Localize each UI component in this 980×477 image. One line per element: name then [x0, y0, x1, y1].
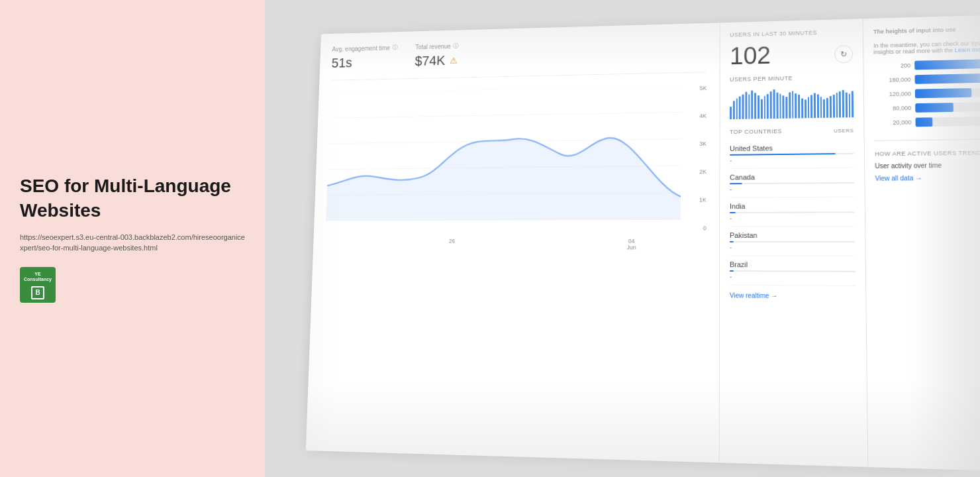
country-bar-fill [730, 153, 835, 156]
h-bar-track [916, 116, 980, 127]
mini-bar-item [814, 93, 816, 119]
info-icon-2: ⓘ [453, 42, 458, 50]
mini-bar-item [758, 95, 760, 119]
realtime-panel: USERS IN LAST 30 MINUTES 102 ↻ USERS PER… [720, 19, 869, 467]
info-icon: ⓘ [392, 44, 397, 52]
mini-bar-item [842, 90, 844, 118]
h-bar-label: 20,000 [874, 119, 911, 126]
x-label-start [366, 238, 366, 250]
mini-bar-item [846, 93, 848, 118]
h-bar-label: 80,000 [874, 105, 911, 112]
country-row: Brazil - [730, 256, 856, 286]
country-row: India - [730, 197, 855, 227]
mini-bar-item [736, 99, 738, 119]
mini-bar-item [763, 96, 765, 119]
y-label-3k: 3K [699, 140, 707, 147]
mini-bar-item [761, 99, 763, 119]
metric-revenue: Total revenue ⓘ $74K ⚠ [415, 42, 458, 70]
logo-icon-letter: B [35, 289, 40, 297]
line-chart: 5K 4K 3K 2K 1K 0 [325, 85, 707, 250]
country-name: Brazil [730, 260, 856, 269]
mini-bar-item [798, 95, 800, 119]
h-bar-track [915, 87, 980, 97]
h-bar-fill [914, 58, 980, 70]
h-bar-track [914, 73, 980, 84]
mini-bar-item [805, 100, 807, 119]
country-bar-wrap [730, 182, 854, 184]
country-name: Canada [730, 172, 854, 181]
country-count: - [730, 185, 854, 193]
mini-bar-item [770, 91, 772, 119]
svg-line-1 [330, 112, 681, 118]
country-count: - [730, 273, 856, 281]
h-bar-track [914, 58, 980, 70]
panel-title: The heights of input into use [873, 25, 980, 36]
far-right-panel: The heights of input into use In the mea… [863, 15, 980, 472]
metric-revenue-label: Total revenue ⓘ [415, 42, 459, 52]
mini-bar-item [752, 90, 754, 119]
mini-bar-item [792, 91, 794, 118]
mini-bar-item [789, 92, 791, 118]
country-row: Canada - [730, 168, 854, 197]
mini-bar-item [748, 94, 750, 119]
view-realtime-link[interactable]: View realtime → [730, 292, 856, 300]
panel-info-text: In the meantime, you can check our syste… [873, 39, 980, 55]
mini-bar-item [745, 92, 747, 119]
y-label-1k: 1K [699, 197, 707, 203]
country-name: Pakistan [730, 231, 855, 239]
mini-bar-item [807, 97, 809, 119]
realtime-header: USERS IN LAST 30 MINUTES [730, 28, 853, 38]
panel-title-strong: The heights of input into use [873, 26, 956, 35]
h-bar-chart: 200 180,000 120,000 80,000 [873, 58, 980, 127]
y-label-2k: 2K [699, 168, 707, 175]
mini-bar-item [742, 95, 744, 119]
h-bar-fill [915, 88, 972, 98]
logo-badge: YE Consultancy B [20, 267, 56, 303]
mini-bar-item [785, 97, 787, 119]
country-bar-fill [730, 212, 736, 213]
learn-more-link[interactable]: Learn more [955, 46, 980, 53]
metric-engagement: Avg. engagement time ⓘ 51s [331, 44, 397, 71]
x-label-04jun: 04Jun [627, 238, 636, 250]
h-bar-fill [915, 103, 953, 113]
h-bar-row: 180,000 [874, 73, 980, 85]
mini-bar-item [795, 93, 797, 118]
page-title: SEO for Multi-Language Websites [20, 174, 245, 223]
users-per-min-label: USERS PER MINUTE [730, 74, 854, 82]
mini-bar-item [839, 91, 841, 118]
x-axis-labels: 26 04Jun [325, 238, 681, 250]
mini-bar-item [820, 97, 822, 118]
h-bar-row: 120,000 [874, 87, 980, 99]
page-url: https://seoexpert.s3.eu-central-003.back… [20, 232, 245, 254]
y-axis-labels: 5K 4K 3K 2K 1K 0 [684, 85, 707, 231]
view-all-link[interactable]: View all data → [875, 174, 980, 182]
page-wrapper: SEO for Multi-Language Websites https://… [0, 0, 980, 477]
country-count: - [730, 244, 855, 251]
country-bar-wrap [730, 211, 855, 213]
charts-area: Avg. engagement time ⓘ 51s Total revenue… [306, 23, 720, 462]
users-col-label: USERS [834, 127, 854, 133]
trending-label: HOW ARE ACTIVE USERS TRENDING? [875, 149, 980, 157]
h-bar-row: 80,000 [874, 101, 980, 113]
mini-bar-item [767, 94, 769, 119]
mini-bar-item [730, 106, 732, 119]
mini-bar-item [783, 95, 785, 118]
y-label-0: 0 [703, 225, 707, 232]
mini-bar-item [826, 98, 828, 118]
warning-icon: ⚠ [450, 56, 458, 66]
refresh-button[interactable]: ↻ [834, 44, 853, 63]
perspective-container: Avg. engagement time ⓘ 51s Total revenue… [265, 0, 980, 477]
svg-line-0 [330, 85, 681, 93]
mini-bar-item [817, 94, 819, 118]
h-bar-label: 200 [873, 62, 910, 69]
country-bar-fill [730, 241, 734, 242]
country-count: - [730, 214, 855, 221]
realtime-controls: 102 ↻ [730, 40, 853, 70]
realtime-count: 102 [730, 42, 771, 70]
country-bar-fill [730, 183, 742, 184]
country-bar-wrap [730, 270, 856, 272]
mini-bar-chart [730, 85, 854, 119]
mini-bar-item [754, 93, 756, 119]
metric-engagement-value: 51s [331, 54, 397, 71]
top-countries-label: TOP COUNTRIES USERS [730, 127, 854, 135]
